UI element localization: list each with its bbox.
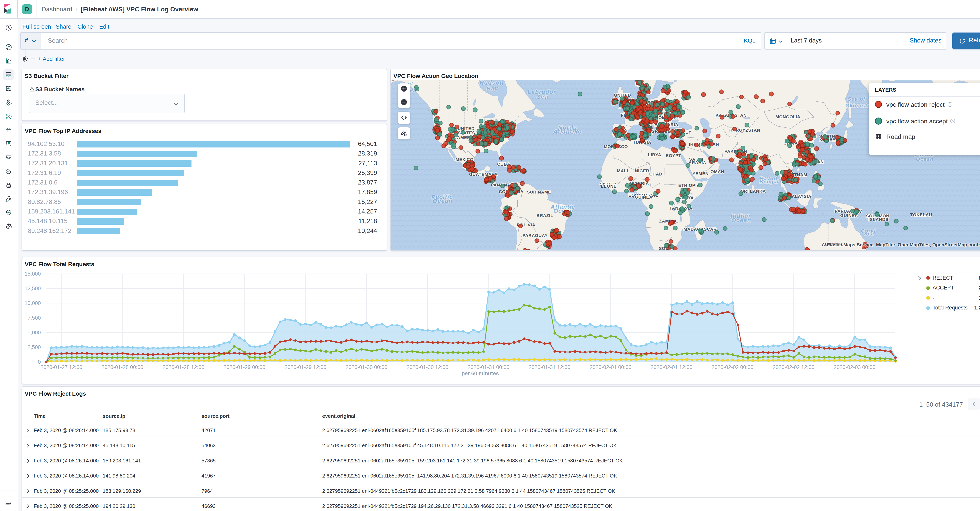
svg-text:2020-01-30 00:00: 2020-01-30 00:00 [345, 364, 387, 370]
svg-text:10,000: 10,000 [24, 300, 41, 306]
svg-text:2020-02-02 12:00: 2020-02-02 12:00 [773, 364, 815, 370]
svg-text:2020-01-30 12:00: 2020-01-30 12:00 [407, 364, 448, 370]
svg-text:ARABIA: ARABIA [689, 160, 706, 165]
svg-text:2020-01-27 12:00: 2020-01-27 12:00 [41, 364, 82, 370]
svg-text:2020-02-03 00:00: 2020-02-03 00:00 [834, 364, 875, 370]
svg-text:2020-01-29 12:00: 2020-01-29 12:00 [285, 364, 326, 370]
svg-text:7,500: 7,500 [27, 315, 41, 321]
svg-text:Okhotsk: Okhotsk [845, 103, 869, 108]
svg-text:TOKELAU: TOKELAU [910, 212, 932, 217]
svg-text:OMAN: OMAN [711, 169, 724, 174]
svg-text:2,500: 2,500 [27, 344, 41, 350]
svg-text:STATES: STATES [458, 130, 475, 135]
svg-text:BRAZIL: BRAZIL [536, 213, 553, 218]
svg-text:SRI LANKA: SRI LANKA [741, 189, 766, 194]
svg-text:Ocean: Ocean [916, 156, 934, 162]
svg-text:GUINEA: GUINEA [635, 195, 652, 200]
svg-text:2020-01-29 00:00: 2020-01-29 00:00 [224, 364, 266, 370]
svg-text:Ocean: Ocean [433, 198, 453, 204]
svg-text:MONGOLIA: MONGOLIA [775, 114, 800, 119]
svg-text:ETHIOPIA: ETHIOPIA [678, 183, 700, 188]
svg-text:PARAGUAY: PARAGUAY [523, 233, 548, 238]
svg-text:Ocean: Ocean [731, 217, 751, 223]
svg-text:15,000: 15,000 [24, 271, 41, 277]
svg-text:Atlantiko: Atlantiko [553, 128, 582, 135]
svg-text:12,500: 12,500 [24, 286, 41, 292]
svg-text:2020-01-28 12:00: 2020-01-28 12:00 [162, 364, 204, 370]
svg-text:per 60 minutes: per 60 minutes [461, 371, 499, 376]
svg-text:Sea: Sea [864, 231, 874, 236]
svg-text:MALI: MALI [617, 168, 628, 173]
svg-text:Bay: Bay [486, 85, 498, 92]
svg-text:Hudson: Hudson [479, 80, 504, 86]
svg-text:LEONE: LEONE [601, 184, 617, 189]
svg-text:CHAD: CHAD [649, 171, 662, 176]
svg-text:2020-02-01 00:00: 2020-02-01 00:00 [590, 364, 631, 370]
svg-text:LIBYA: LIBYA [648, 152, 661, 157]
svg-text:2020-02-02 00:00: 2020-02-02 00:00 [712, 364, 753, 370]
svg-text:2020-01-31 12:00: 2020-01-31 12:00 [528, 364, 570, 370]
svg-text:2020-01-31 00:00: 2020-01-31 00:00 [468, 364, 509, 370]
svg-text:Sea: Sea [537, 94, 548, 100]
svg-text:YEMEN: YEMEN [692, 171, 708, 176]
svg-text:ISLANDS: ISLANDS [869, 217, 888, 222]
svg-text:EGYPT: EGYPT [666, 153, 681, 158]
svg-text:2020-02-01 12:00: 2020-02-01 12:00 [651, 364, 692, 370]
svg-text:5,000: 5,000 [27, 330, 41, 335]
svg-text:0: 0 [38, 359, 41, 365]
svg-text:NIGER: NIGER [635, 168, 649, 173]
svg-text:SURINAME: SURINAME [527, 190, 551, 195]
svg-text:Sea of: Sea of [848, 96, 865, 102]
svg-text:Bengal: Bengal [759, 179, 779, 184]
svg-text:2020-01-28 00:00: 2020-01-28 00:00 [102, 364, 143, 370]
